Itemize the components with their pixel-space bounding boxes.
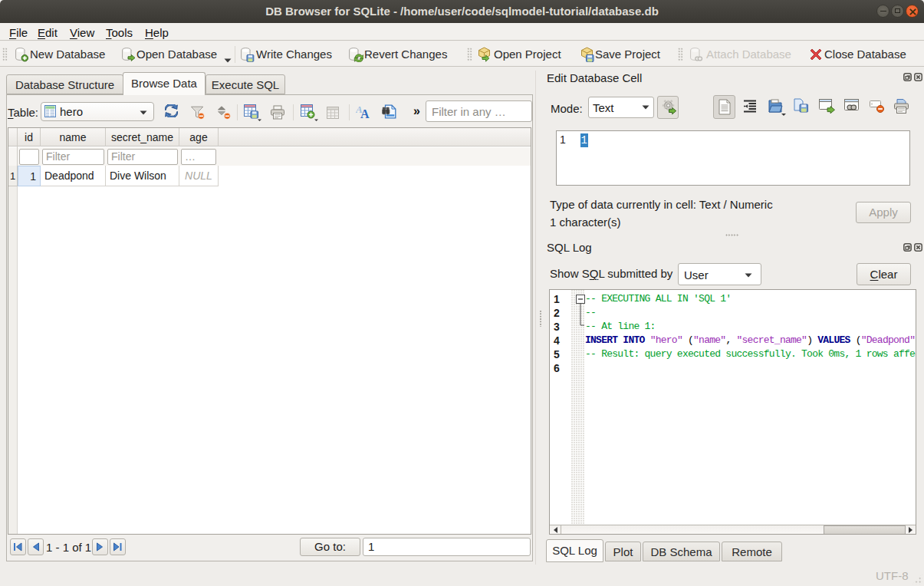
svg-text:A: A xyxy=(360,107,370,120)
